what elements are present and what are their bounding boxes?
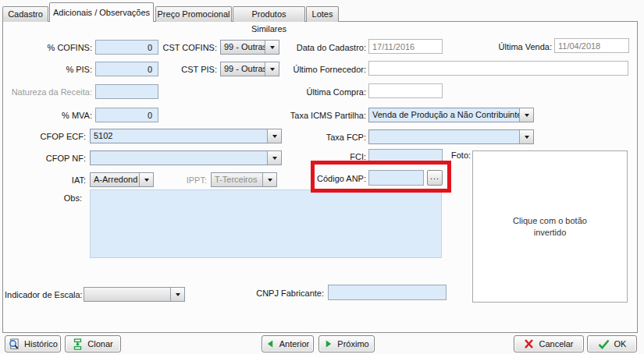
codigo-anp-label: Código ANP: <box>273 174 366 183</box>
clonar-button[interactable]: Clonar <box>65 335 121 352</box>
taxa-fcp-select[interactable] <box>368 129 534 144</box>
codigo-anp-input[interactable] <box>368 170 424 186</box>
ultima-compra-label: Última Compra: <box>273 87 366 97</box>
chevron-down-icon[interactable] <box>519 108 533 122</box>
iat-label: IAT: <box>5 175 86 185</box>
data-cadastro-label: Data do Cadastro: <box>273 43 366 52</box>
ultima-venda-label: Última Venda: <box>468 42 552 51</box>
cofins-label: % COFINS: <box>5 43 92 52</box>
tab-adicionais-observacoes[interactable]: Adicionais / Observações <box>49 2 154 22</box>
indicador-escala-select[interactable] <box>84 287 185 302</box>
ok-button[interactable]: OK <box>587 335 637 352</box>
historico-magnifier-document-icon <box>8 338 20 350</box>
indicador-escala-value <box>84 288 170 301</box>
ippt-value: T-Terceiros <box>212 173 262 186</box>
chevron-down-icon[interactable] <box>170 288 184 301</box>
natureza-receita-label: Natureza da Receita: <box>5 87 92 97</box>
photo-placeholder-line1: Clique com o botão <box>513 215 587 227</box>
historico-button[interactable]: Histórico <box>5 335 61 352</box>
ok-button-label: OK <box>614 339 627 349</box>
cfop-ecf-label: CFOP ECF: <box>5 132 86 141</box>
cancel-x-icon <box>524 339 534 349</box>
taxa-icms-partilha-select[interactable]: Venda de Produção a Não Contribuinte <box>368 108 534 122</box>
ultima-compra-field <box>368 83 443 98</box>
cancelar-button-label: Cancelar <box>539 339 573 349</box>
cst-cofins-value: 99 - Outras <box>221 41 265 54</box>
ultima-venda-field <box>554 38 629 53</box>
indicador-escala-label: Indicador de Escala: <box>5 290 80 299</box>
mva-input[interactable] <box>95 108 158 122</box>
cfop-ecf-select[interactable]: 5102 <box>90 129 282 143</box>
chevron-down-icon[interactable] <box>139 173 153 186</box>
codigo-anp-browse-button[interactable]: ... <box>427 170 443 186</box>
clonar-duplicate-icon <box>73 338 83 350</box>
cst-pis-select[interactable]: 99 - Outras <box>220 62 279 76</box>
next-arrow-icon <box>324 339 333 349</box>
clonar-button-label: Clonar <box>87 339 112 349</box>
anterior-button[interactable]: Anterior <box>262 335 314 352</box>
fci-input[interactable] <box>368 149 443 164</box>
cst-pis-value: 99 - Outras <box>221 62 265 76</box>
cfop-nf-label: CFOP NF: <box>5 154 86 163</box>
obs-textarea[interactable] <box>90 189 442 258</box>
cfop-nf-value <box>91 151 267 165</box>
cfop-nf-select[interactable] <box>90 150 282 165</box>
cst-cofins-label: CST COFINS: <box>141 43 217 52</box>
historico-button-label: Histórico <box>24 339 58 349</box>
photo-dropzone[interactable]: Clique com o botão invertido <box>472 150 628 303</box>
cst-pis-label: CST PIS: <box>141 65 217 74</box>
iat-select[interactable]: A-Arredond <box>90 172 154 187</box>
proximo-button[interactable]: Próximo <box>318 335 375 352</box>
taxa-icms-partilha-value: Venda de Produção a Não Contribuinte <box>369 108 519 122</box>
ultimo-fornecedor-label: Último Fornecedor: <box>273 65 366 74</box>
obs-label: Obs: <box>45 193 82 203</box>
natureza-receita-input[interactable] <box>95 84 158 99</box>
tab-preco-promocional[interactable]: Preço Promocional <box>155 6 232 22</box>
cancelar-button[interactable]: Cancelar <box>514 335 584 352</box>
ok-check-icon <box>598 339 610 349</box>
previous-arrow-icon <box>266 339 275 349</box>
proximo-button-label: Próximo <box>337 339 368 349</box>
taxa-fcp-value <box>369 130 519 143</box>
product-form-window: Cadastro Adicionais / Observações Preço … <box>0 0 644 354</box>
tab-produtos-similares[interactable]: Produtos Similares <box>233 6 305 22</box>
iat-value: A-Arredond <box>91 173 139 186</box>
ippt-select: T-Terceiros <box>211 172 277 187</box>
fci-label: FCI: <box>273 152 366 161</box>
foto-label: Foto: <box>451 150 475 160</box>
anterior-button-label: Anterior <box>279 339 310 349</box>
tab-cadastro[interactable]: Cadastro <box>2 6 48 22</box>
cnpj-fabricante-label: CNPJ Fabricante: <box>250 289 324 298</box>
ultimo-fornecedor-field[interactable] <box>368 61 628 76</box>
cst-cofins-select[interactable]: 99 - Outras <box>220 40 279 55</box>
taxa-fcp-label: Taxa FCP: <box>273 133 366 142</box>
tab-lotes[interactable]: Lotes <box>306 6 339 22</box>
ippt-label: IPPT: <box>168 175 207 185</box>
cnpj-fabricante-input[interactable] <box>328 285 447 300</box>
pis-label: % PIS: <box>5 65 92 74</box>
photo-placeholder-line2: invertido <box>534 227 567 239</box>
data-cadastro-field <box>368 39 443 54</box>
chevron-down-icon[interactable] <box>519 130 533 143</box>
mva-label: % MVA: <box>5 111 92 120</box>
taxa-icms-partilha-label: Taxa ICMS Partilha: <box>273 111 366 120</box>
cfop-ecf-value: 5102 <box>91 129 267 143</box>
